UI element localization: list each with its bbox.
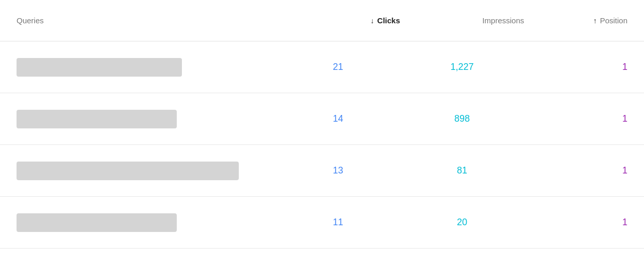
- query-cell: [17, 58, 276, 77]
- table-row: 21 1,227 1: [0, 41, 644, 93]
- query-bar: [17, 162, 239, 180]
- query-cell: [17, 110, 276, 128]
- table-row: 13 81 1: [0, 145, 644, 197]
- clicks-header-label: Clicks: [377, 16, 400, 25]
- query-cell: [17, 162, 276, 180]
- clicks-sort-icon: ↓: [371, 17, 374, 25]
- position-value: 1: [524, 165, 627, 176]
- table-row: 11 20 1: [0, 197, 644, 249]
- position-value: 1: [524, 217, 627, 228]
- clicks-value: 13: [276, 165, 400, 176]
- impressions-value: 898: [400, 113, 524, 124]
- position-value: 1: [524, 62, 627, 72]
- queries-header[interactable]: Queries: [17, 16, 276, 25]
- impressions-value: 20: [400, 217, 524, 228]
- clicks-header[interactable]: ↓ Clicks: [276, 16, 400, 25]
- table-row: 14 898 1: [0, 93, 644, 145]
- query-bar: [17, 58, 182, 77]
- impressions-header[interactable]: Impressions: [400, 16, 524, 25]
- table-header: Queries ↓ Clicks Impressions ↑ Position: [0, 0, 644, 41]
- query-cell: [17, 213, 276, 232]
- position-value: 1: [524, 113, 627, 124]
- query-bar: [17, 110, 177, 128]
- table-body: 21 1,227 1 14 898 1: [0, 41, 644, 249]
- clicks-value: 21: [276, 62, 400, 72]
- position-sort-icon: ↑: [593, 17, 597, 25]
- impressions-value: 81: [400, 165, 524, 176]
- impressions-value: 1,227: [400, 62, 524, 72]
- query-bar: [17, 213, 177, 232]
- position-header[interactable]: ↑ Position: [524, 16, 627, 25]
- clicks-value: 14: [276, 113, 400, 124]
- clicks-value: 11: [276, 217, 400, 228]
- impressions-header-label: Impressions: [482, 16, 524, 25]
- queries-header-label: Queries: [17, 16, 44, 25]
- search-queries-table: Queries ↓ Clicks Impressions ↑ Position …: [0, 0, 644, 249]
- position-header-label: Position: [600, 16, 627, 25]
